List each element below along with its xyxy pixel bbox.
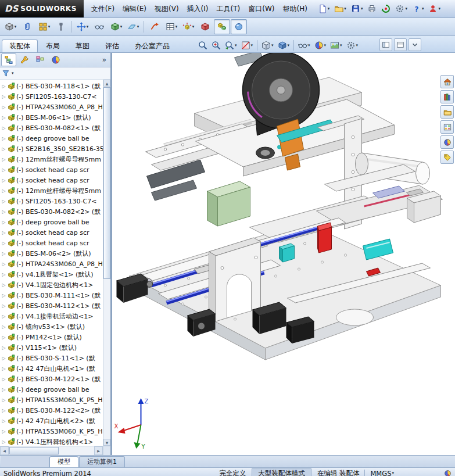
tree-item[interactable]: ▷(-) V4.1压料棘轮机构<1>	[1, 436, 103, 446]
new-motion-study-button[interactable]	[146, 19, 163, 34]
linear-component-pattern-button[interactable]: ▾	[36, 19, 52, 34]
expand-arrow-icon[interactable]: ▷	[1, 241, 6, 246]
expand-arrow-icon[interactable]: ▷	[1, 272, 6, 277]
scrollbar-thumb[interactable]	[103, 87, 110, 279]
apply-scene-button[interactable]: ▾	[328, 38, 344, 53]
menu-view[interactable]: 视图(V)	[151, 2, 183, 16]
menu-edit[interactable]: 编辑(E)	[119, 2, 151, 16]
tree-item[interactable]: ▷(-) HTPA24S3M060_A_P8_H	[1, 102, 103, 112]
scrollbar-thumb[interactable]	[9, 447, 59, 454]
view-palette-button[interactable]	[440, 120, 454, 134]
expand-arrow-icon[interactable]: ▷	[1, 429, 6, 434]
solidworks-resources-button[interactable]	[440, 75, 454, 88]
edit-appearance-button[interactable]: ▾	[313, 38, 328, 53]
tree-item[interactable]: ▷(-) BES-030-M-118<1> (默	[1, 81, 103, 91]
rebuild-button[interactable]	[379, 2, 392, 15]
user-login-button[interactable]: ▾	[427, 2, 442, 15]
tree-item[interactable]: ▷(-) deep groove ball be	[1, 217, 103, 227]
design-library-button[interactable]	[440, 90, 454, 103]
print-button[interactable]	[366, 2, 378, 15]
expand-arrow-icon[interactable]: ▷	[1, 387, 6, 392]
instant3d-button[interactable]	[231, 19, 247, 34]
expand-arrow-icon[interactable]: ▷	[1, 262, 6, 267]
tree-item[interactable]: ▷(-) PM142<1> (默认)	[1, 332, 103, 342]
tree-item[interactable]: ▷(-) BES-030-S-11<1> (默	[1, 353, 103, 363]
tree-item[interactable]: ▷(-) 12mm丝杆螺母导程5mm	[1, 154, 103, 164]
tree-vertical-scrollbar[interactable]: ▲ ▼	[103, 80, 110, 446]
previous-view-button[interactable]: ▾	[223, 38, 239, 53]
expand-arrow-icon[interactable]: ▷	[1, 408, 6, 413]
interference-detection-button[interactable]	[197, 19, 213, 34]
expand-arrow-icon[interactable]: ▷	[1, 314, 6, 319]
tree-item[interactable]: ▷(-) 42 47白山电机<1> (默	[1, 363, 103, 374]
panel-overflow-button[interactable]: »	[99, 56, 109, 64]
tree-item[interactable]: ▷(-) socket head cap scr	[1, 227, 103, 238]
toggle-split-pane-button[interactable]	[394, 38, 407, 51]
configurationmanager-tab[interactable]	[33, 53, 48, 66]
view-orientation-button[interactable]: ▾	[260, 38, 275, 53]
tab-motion-study-1[interactable]: 运动算例1	[79, 456, 125, 467]
zoom-to-area-button[interactable]	[210, 38, 223, 53]
large-assembly-mode-button[interactable]	[214, 19, 230, 34]
exploded-view-button[interactable]: ▾	[180, 19, 196, 34]
expand-arrow-icon[interactable]: ▷	[1, 366, 6, 371]
tree-item[interactable]: ▷(-) BES-030-M-122<2> (默	[1, 405, 103, 416]
custom-properties-button[interactable]	[440, 151, 454, 164]
expand-arrow-icon[interactable]: ▷	[1, 84, 6, 89]
view-settings-button[interactable]: ▾	[345, 38, 360, 53]
expand-arrow-icon[interactable]: ▷	[1, 303, 6, 309]
propertymanager-tab[interactable]	[17, 53, 32, 66]
tree-item[interactable]: ▷(-) BES-030-M-111<1> (默	[1, 290, 103, 300]
tree-item[interactable]: ▷(-) BES-030-M-112<1> (默	[1, 300, 103, 311]
tree-item[interactable]: ▷(-) BES-030-M-082<2> (默	[1, 206, 103, 217]
filter-caret-icon[interactable]: ▾	[12, 71, 14, 76]
show-hidden-components-button[interactable]	[91, 19, 108, 34]
scroll-up-arrow[interactable]: ▲	[103, 80, 110, 87]
tree-item[interactable]: ▷(-) socket head cap scr	[1, 175, 103, 185]
tree-item[interactable]: ▷(-) SFI1205-163-130-C7<	[1, 91, 103, 102]
expand-arrow-icon[interactable]: ▷	[1, 282, 6, 288]
menu-window[interactable]: 窗口(W)	[244, 2, 278, 16]
file-explorer-button[interactable]	[440, 105, 454, 119]
units-selector[interactable]: MMGS	[370, 470, 391, 476]
section-view-button[interactable]: ▾	[239, 38, 255, 53]
assembly-features-button[interactable]: ▾	[108, 19, 124, 34]
tree-item[interactable]: ▷(-) HTPA24S3M060_A_P8_H	[1, 259, 103, 269]
expand-arrow-icon[interactable]: ▷	[1, 146, 6, 152]
mate-button[interactable]	[19, 19, 35, 34]
expand-arrow-icon[interactable]: ▷	[1, 335, 6, 340]
tab-layout[interactable]: 布局	[38, 40, 67, 52]
filter-funnel-icon[interactable]	[2, 69, 10, 77]
menu-tools[interactable]: 工具(T)	[213, 2, 245, 16]
tree-item[interactable]: ▷(-) SE2B16_350_SE2B16-35	[1, 144, 103, 154]
expand-arrow-icon[interactable]: ▷	[1, 377, 6, 382]
expand-arrow-icon[interactable]: ▷	[1, 188, 6, 194]
expand-arrow-icon[interactable]: ▷	[1, 220, 6, 225]
scrollbar-track[interactable]	[9, 446, 94, 455]
menu-help[interactable]: 帮助(H)	[278, 2, 311, 16]
expand-arrow-icon[interactable]: ▷	[1, 398, 6, 403]
tab-assembly[interactable]: 装配体	[2, 40, 38, 52]
tree-item[interactable]: ▷(-) 42 47白山电机<2> (默	[1, 416, 103, 426]
appearances-scenes-button[interactable]	[440, 135, 454, 149]
options-button[interactable]: ▾	[393, 2, 409, 15]
expand-arrow-icon[interactable]: ▷	[1, 345, 6, 350]
expand-arrow-icon[interactable]: ▷	[1, 439, 6, 445]
tree-item[interactable]: ▷(-) SFI1205-163-130-C7<	[1, 196, 103, 206]
expand-arrow-icon[interactable]: ▷	[1, 293, 6, 298]
expand-arrow-icon[interactable]: ▷	[1, 94, 6, 99]
tree-item[interactable]: ▷(-) v4.1悬臂架<1> (默认)	[1, 269, 103, 280]
collapse-ribbon-button[interactable]	[409, 38, 421, 51]
tree-item[interactable]: ▷(-) 12mm丝杆螺母导程5mm	[1, 185, 103, 196]
tree-item[interactable]: ▷(-) V115<1> (默认)	[1, 342, 103, 353]
expand-arrow-icon[interactable]: ▷	[1, 178, 6, 183]
tree-item[interactable]: ▷(-) deep groove ball be	[1, 384, 103, 395]
expand-arrow-icon[interactable]: ▷	[1, 324, 6, 330]
tree-item[interactable]: ▷(-) HTPA15S3M060_K_P5_H	[1, 395, 103, 405]
expand-arrow-icon[interactable]: ▷	[1, 418, 6, 424]
menu-insert[interactable]: 插入(I)	[183, 2, 213, 16]
reference-geometry-button[interactable]: ▾	[125, 19, 141, 34]
tree-item[interactable]: ▷(-) deep groove ball be	[1, 133, 103, 144]
tree-item[interactable]: ▷(-) 镜向v53<1> (默认)	[1, 321, 103, 332]
zoom-to-fit-button[interactable]	[196, 38, 209, 53]
